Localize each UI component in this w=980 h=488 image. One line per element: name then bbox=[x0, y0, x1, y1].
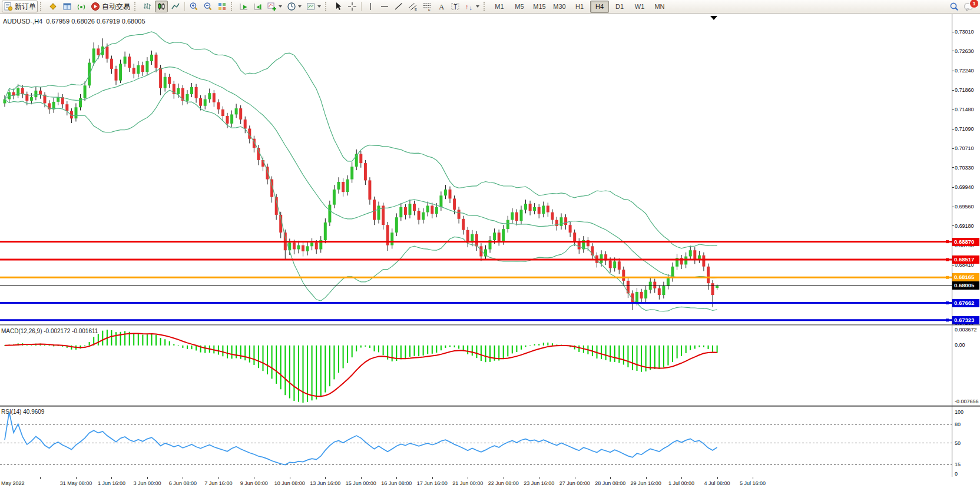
current-price-badge: 0.68005 bbox=[952, 281, 979, 290]
price-tick-label: 0.70330 bbox=[955, 165, 980, 171]
bollinger-band-line bbox=[5, 67, 717, 278]
time-axis-label: 13 Jun 16:00 bbox=[310, 480, 340, 486]
text-label-icon: T bbox=[451, 2, 460, 11]
tab-timeframe-W1[interactable]: W1 bbox=[630, 1, 649, 13]
rsi-panel-surface[interactable] bbox=[0, 407, 980, 477]
macd-panel-surface[interactable] bbox=[0, 326, 980, 405]
crosshair-icon bbox=[347, 2, 357, 11]
trendline-tool-button[interactable] bbox=[392, 1, 405, 12]
new-order-button[interactable]: 新订单 bbox=[2, 1, 38, 12]
tab-timeframe-H1[interactable]: H1 bbox=[570, 1, 589, 13]
text-tool-button[interactable]: A bbox=[435, 1, 448, 12]
navigator-button[interactable] bbox=[75, 1, 88, 12]
chevron-down-icon bbox=[317, 5, 321, 8]
zoom-out-icon bbox=[203, 2, 213, 11]
fibonacci-icon: F bbox=[422, 2, 432, 11]
tab-timeframe-M1[interactable]: M1 bbox=[490, 1, 509, 13]
tab-timeframe-M30[interactable]: M30 bbox=[550, 1, 569, 13]
time-axis-label: 1 Jun 16:00 bbox=[98, 480, 125, 486]
tab-timeframe-D1[interactable]: D1 bbox=[610, 1, 629, 13]
periods-button[interactable] bbox=[285, 1, 303, 12]
horizontal-line-tool-button[interactable] bbox=[378, 1, 391, 12]
price-tick-label: 0.71090 bbox=[955, 126, 980, 132]
notifications-button[interactable]: 1 bbox=[962, 1, 976, 12]
line-handle bbox=[946, 258, 949, 261]
tab-timeframe-M5[interactable]: M5 bbox=[510, 1, 529, 13]
trendline-icon bbox=[394, 2, 403, 11]
main-chart-surface[interactable] bbox=[0, 14, 980, 324]
rsi-axis-label: 0 bbox=[955, 471, 980, 477]
time-tick-mark bbox=[646, 477, 647, 479]
arrow-objects-icon: ↑↓ bbox=[465, 2, 474, 11]
time-axis-label: 1 Jul 00:00 bbox=[668, 480, 694, 486]
svg-text:T: T bbox=[453, 4, 457, 10]
autotrading-button[interactable]: 自动交易 bbox=[89, 1, 132, 12]
vertical-line-tool-button[interactable] bbox=[364, 1, 377, 12]
templates-button[interactable] bbox=[304, 1, 323, 12]
time-tick-mark bbox=[361, 477, 362, 479]
time-tick-mark bbox=[432, 477, 433, 479]
line-handle bbox=[946, 318, 949, 321]
zoom-in-button[interactable] bbox=[187, 1, 200, 12]
auto-scroll-button[interactable] bbox=[237, 1, 250, 12]
rsi-axis-label: 80 bbox=[955, 421, 980, 428]
tab-timeframe-H4[interactable]: H4 bbox=[590, 1, 609, 13]
cursor-button[interactable] bbox=[332, 1, 345, 12]
time-axis-label: 17 Jun 16:00 bbox=[417, 480, 448, 486]
macd-axis-label: 0.003672 bbox=[955, 327, 980, 333]
candle-bodies-layer bbox=[4, 47, 719, 302]
zoom-in-icon bbox=[189, 2, 198, 11]
price-tick-mark bbox=[952, 225, 954, 226]
horizontal-line-icon bbox=[380, 2, 389, 11]
svg-text:A: A bbox=[439, 2, 445, 11]
tile-windows-button[interactable] bbox=[216, 1, 229, 12]
time-tick-mark bbox=[76, 477, 77, 479]
arrows-tool-button[interactable]: ↑↓ bbox=[463, 1, 481, 12]
candlestick-chart-button[interactable] bbox=[155, 1, 168, 12]
chart-shift-button[interactable] bbox=[251, 1, 264, 12]
svg-text:↓: ↓ bbox=[469, 4, 473, 11]
line-chart-button[interactable] bbox=[169, 1, 182, 12]
line-handle bbox=[946, 301, 949, 304]
channel-tool-button[interactable]: E bbox=[406, 1, 419, 12]
svg-text:↑: ↑ bbox=[465, 3, 469, 10]
fibonacci-tool-button[interactable]: F bbox=[421, 1, 433, 12]
time-tick-mark bbox=[325, 477, 326, 479]
time-tick-mark bbox=[468, 477, 468, 479]
toolbar-grip bbox=[134, 2, 138, 11]
time-tick-mark bbox=[111, 477, 112, 479]
crosshair-button[interactable] bbox=[346, 1, 359, 12]
time-tick-mark bbox=[681, 477, 682, 479]
chart-shift-icon bbox=[253, 2, 263, 11]
clock-icon bbox=[287, 2, 296, 11]
time-axis-label: 6 Jun 08:00 bbox=[169, 480, 197, 486]
price-tick-mark bbox=[952, 51, 954, 51]
bar-chart-button[interactable] bbox=[141, 1, 154, 12]
rsi-axis-label: 100 bbox=[955, 409, 980, 416]
equidistant-channel-icon: E bbox=[408, 2, 418, 11]
toolbar-separator bbox=[361, 2, 362, 11]
price-badge: 0.67662 bbox=[952, 299, 979, 307]
tab-timeframe-MN[interactable]: MN bbox=[650, 1, 669, 13]
time-tick-mark bbox=[753, 477, 753, 479]
toolbar-grip bbox=[325, 2, 329, 11]
autotrading-icon bbox=[91, 2, 100, 11]
indicators-button[interactable] bbox=[266, 1, 284, 12]
tab-timeframe-M15[interactable]: M15 bbox=[530, 1, 549, 13]
text-a-icon: A bbox=[436, 2, 446, 11]
zoom-out-button[interactable] bbox=[201, 1, 214, 12]
time-axis-label: May 2022 bbox=[1, 480, 25, 486]
price-badge: 0.67323 bbox=[952, 316, 979, 324]
data-window-button[interactable] bbox=[61, 1, 74, 12]
time-axis-label: 28 Jun 08:00 bbox=[595, 480, 625, 486]
time-tick-mark bbox=[218, 477, 219, 479]
time-tick-mark bbox=[290, 477, 290, 479]
price-tick-label: 0.72240 bbox=[955, 68, 980, 74]
chevron-down-icon bbox=[298, 5, 302, 8]
market-watch-button[interactable] bbox=[47, 1, 59, 12]
time-tick-mark bbox=[539, 477, 539, 479]
text-label-tool-button[interactable]: T bbox=[449, 1, 462, 12]
search-button[interactable] bbox=[948, 1, 961, 12]
time-axis-label: 4 Jul 08:00 bbox=[704, 480, 730, 486]
time-tick-mark bbox=[147, 477, 148, 479]
